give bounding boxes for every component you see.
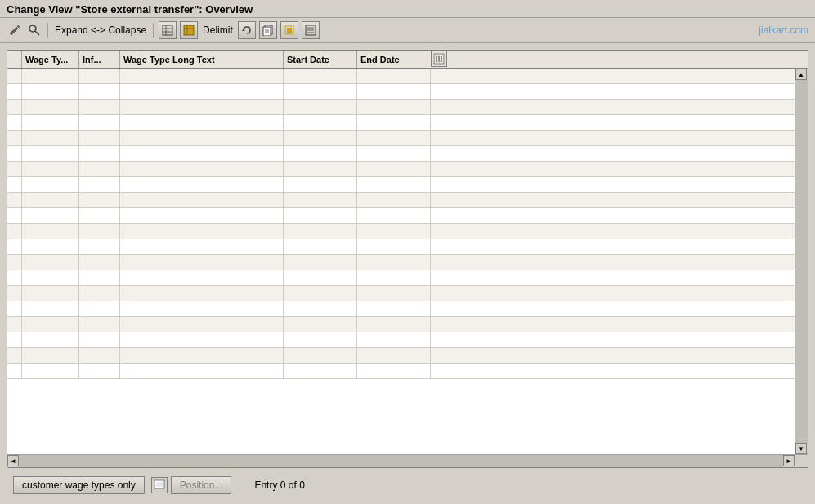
cell xyxy=(7,69,22,83)
delimit-button[interactable]: Delimit xyxy=(201,24,235,37)
cell xyxy=(357,177,431,192)
cell xyxy=(7,255,22,270)
col-header-end-date: End Date xyxy=(357,51,431,68)
cell xyxy=(79,69,120,83)
scroll-track-v xyxy=(795,80,808,443)
cell xyxy=(284,131,357,145)
cell xyxy=(120,69,284,83)
cell xyxy=(79,239,120,254)
cell xyxy=(357,100,431,114)
table-row xyxy=(7,115,795,131)
cell xyxy=(22,115,79,130)
cell xyxy=(284,193,357,207)
page-btn[interactable] xyxy=(302,21,320,39)
scroll-up-btn[interactable]: ▲ xyxy=(795,69,807,80)
cell xyxy=(7,286,22,301)
cell xyxy=(79,100,120,114)
copy-btn-1[interactable] xyxy=(259,21,277,39)
cell xyxy=(357,348,431,363)
cell xyxy=(22,162,79,176)
scroll-down-btn[interactable]: ▼ xyxy=(795,443,807,454)
scroll-right-btn[interactable]: ► xyxy=(783,455,795,466)
cell xyxy=(79,255,120,270)
horizontal-scrollbar[interactable]: ◄ ► xyxy=(7,454,795,467)
table-row xyxy=(7,255,795,270)
cell xyxy=(7,208,22,223)
cell xyxy=(7,270,22,285)
cell xyxy=(79,131,120,145)
cell xyxy=(357,115,431,130)
table-btn-1[interactable] xyxy=(159,21,177,39)
cell xyxy=(357,69,431,83)
table-row xyxy=(7,208,795,224)
cell xyxy=(7,317,22,332)
cell xyxy=(357,208,431,223)
table-btn-2[interactable] xyxy=(180,21,198,39)
cell xyxy=(284,255,357,270)
cell xyxy=(357,332,431,347)
scroll-corner xyxy=(795,454,808,467)
column-resize-icon[interactable] xyxy=(431,51,447,67)
table-row xyxy=(7,177,795,193)
cell xyxy=(120,317,284,332)
table-row xyxy=(7,270,795,286)
find-icon[interactable] xyxy=(26,22,43,38)
col-header-rownum xyxy=(7,51,22,68)
cell xyxy=(22,332,79,347)
cell xyxy=(79,270,120,285)
cell xyxy=(7,348,22,363)
svg-rect-11 xyxy=(263,27,271,36)
cell xyxy=(7,332,22,347)
cell xyxy=(79,162,120,176)
vertical-scrollbar[interactable]: ▲ ▼ xyxy=(795,69,808,454)
cell xyxy=(120,162,284,176)
col-header-info: Inf... xyxy=(79,51,120,68)
scroll-left-btn[interactable]: ◄ xyxy=(7,455,19,466)
cell xyxy=(79,224,120,239)
cell xyxy=(79,301,120,316)
cell xyxy=(7,193,22,207)
expand-collapse-button[interactable]: Expand <-> Collapse xyxy=(53,24,148,37)
copy-btn-2[interactable] xyxy=(280,21,298,39)
table-row xyxy=(7,301,795,317)
cell xyxy=(7,239,22,254)
cell xyxy=(284,69,357,83)
cell xyxy=(284,84,357,99)
cell xyxy=(22,177,79,192)
position-area: Position... xyxy=(151,476,232,494)
svg-point-0 xyxy=(29,25,36,32)
main-window: Change View "Store external transfer": O… xyxy=(0,0,815,504)
cell xyxy=(79,208,120,223)
cell xyxy=(79,286,120,301)
cell xyxy=(120,270,284,285)
svg-rect-16 xyxy=(287,28,292,33)
cell xyxy=(79,84,120,99)
cell xyxy=(120,239,284,254)
cell xyxy=(120,146,284,161)
cell xyxy=(357,255,431,270)
position-icon xyxy=(151,477,168,493)
cell xyxy=(22,286,79,301)
expand-collapse-label: Expand <-> Collapse xyxy=(55,25,146,36)
entry-count: Entry 0 of 0 xyxy=(254,479,304,491)
cell xyxy=(357,286,431,301)
cell xyxy=(284,301,357,316)
table-row xyxy=(7,286,795,301)
cell xyxy=(284,177,357,192)
cell xyxy=(22,224,79,239)
table-row xyxy=(7,224,795,239)
pen-icon[interactable] xyxy=(7,22,23,38)
cell xyxy=(357,270,431,285)
table-row xyxy=(7,84,795,100)
cell xyxy=(7,177,22,192)
cell xyxy=(120,84,284,99)
cell xyxy=(22,348,79,363)
cell xyxy=(284,239,357,254)
undo-btn[interactable] xyxy=(238,21,256,39)
cell xyxy=(22,146,79,161)
cell xyxy=(79,115,120,130)
customer-wage-types-button[interactable]: customer wage types only xyxy=(13,476,145,494)
position-button[interactable]: Position... xyxy=(171,476,232,494)
table-row xyxy=(7,348,795,364)
bottom-bar: customer wage types only Position... Ent… xyxy=(7,473,808,497)
